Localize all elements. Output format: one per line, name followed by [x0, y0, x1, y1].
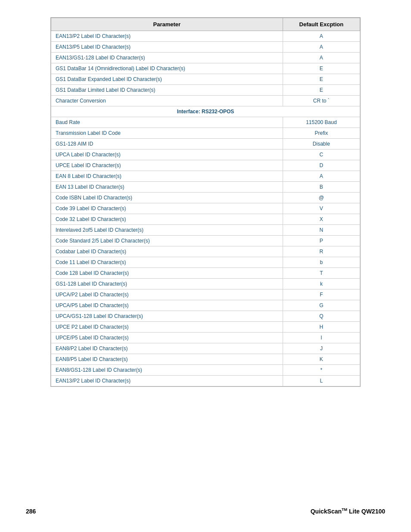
table-row: UPCE Label ID Character(s)D	[51, 160, 360, 171]
param-cell: Code Standard 2/5 Label ID Character(s)	[51, 236, 283, 246]
table-row: Code ISBN Label ID Character(s)@	[51, 193, 360, 203]
value-cell: K	[283, 354, 360, 365]
value-cell: CR to `	[283, 96, 360, 106]
table-row: UPCA/P5 Label ID Character(s)G	[51, 300, 360, 311]
param-cell: GS1-128 Label ID Character(s)	[51, 279, 283, 289]
page-number: 286	[26, 508, 36, 515]
table-row: Baud Rate115200 Baud	[51, 117, 360, 128]
value-cell: C	[283, 149, 360, 160]
param-cell: UPCA/P5 Label ID Character(s)	[51, 300, 283, 311]
param-cell: GS1 DataBar Expanded Label ID Character(…	[51, 74, 283, 85]
param-cell: EAN13/P2 Label ID Character(s)	[51, 31, 283, 42]
table-row: Code 11 Label ID Character(s)b	[51, 257, 360, 268]
param-cell: EAN 13 Label ID Character(s)	[51, 182, 283, 193]
table-row: GS1 DataBar 14 (Omnidirectional) Label I…	[51, 63, 360, 74]
value-cell: I	[283, 333, 360, 343]
value-cell: F	[283, 289, 360, 300]
table-row: EAN8/P2 Label ID Character(s)J	[51, 343, 360, 354]
table-row: EAN 13 Label ID Character(s)B	[51, 182, 360, 193]
param-cell: Code 39 Label ID Character(s)	[51, 203, 283, 214]
page: Parameter Default Excption EAN13/P2 Labe…	[0, 0, 411, 532]
table-row: EAN13/P2 Label ID Character(s)A	[51, 31, 360, 42]
value-cell: N	[283, 225, 360, 236]
value-cell: T	[283, 268, 360, 279]
product-name: QuickScanTM Lite QW2100	[311, 507, 385, 515]
value-cell: 115200 Baud	[283, 117, 360, 128]
table-row: EAN8/GS1-128 Label ID Character(s)*	[51, 365, 360, 376]
param-cell: Character Conversion	[51, 96, 283, 106]
table-row: Interface: RS232-OPOS	[51, 106, 360, 117]
trademark-symbol: TM	[342, 507, 347, 512]
value-cell: L	[283, 376, 360, 386]
value-cell: A	[283, 171, 360, 182]
value-cell: X	[283, 214, 360, 225]
value-cell: J	[283, 343, 360, 354]
table-row: Code Standard 2/5 Label ID Character(s)P	[51, 236, 360, 246]
value-cell: b	[283, 257, 360, 268]
default-header: Default Excption	[283, 18, 360, 31]
table-row: Codabar Label ID Character(s)R	[51, 246, 360, 257]
table-row: UPCA/GS1-128 Label ID Character(s)Q	[51, 311, 360, 322]
table-row: EAN13/P5 Label ID Character(s)A	[51, 42, 360, 53]
table-row: Transmission Label ID CodePrefix	[51, 128, 360, 139]
value-cell: V	[283, 203, 360, 214]
param-cell: GS1-128 AIM ID	[51, 139, 283, 149]
param-cell: UPCE Label ID Character(s)	[51, 160, 283, 171]
param-header: Parameter	[51, 18, 283, 31]
value-cell: A	[283, 53, 360, 63]
value-cell: G	[283, 300, 360, 311]
param-cell: UPCA/GS1-128 Label ID Character(s)	[51, 311, 283, 322]
table-row: Character ConversionCR to `	[51, 96, 360, 106]
param-cell: EAN13/GS1-128 Label ID Character(s)	[51, 53, 283, 63]
value-cell: A	[283, 31, 360, 42]
value-cell: R	[283, 246, 360, 257]
table-row: UPCE/P5 Label ID Character(s)I	[51, 333, 360, 343]
page-footer: 286 QuickScanTM Lite QW2100	[0, 499, 411, 523]
value-cell: Prefix	[283, 128, 360, 139]
param-cell: GS1 DataBar Limited Label ID Character(s…	[51, 85, 283, 96]
table-row: GS1 DataBar Limited Label ID Character(s…	[51, 85, 360, 96]
value-cell: A	[283, 42, 360, 53]
value-cell: @	[283, 193, 360, 203]
section-header-cell: Interface: RS232-OPOS	[51, 106, 360, 117]
value-cell: D	[283, 160, 360, 171]
value-cell: E	[283, 74, 360, 85]
table-row: Interelaved 2of5 Label ID Character(s)N	[51, 225, 360, 236]
table-row: UPCA Label ID Character(s)C	[51, 149, 360, 160]
param-cell: Baud Rate	[51, 117, 283, 128]
value-cell: Disable	[283, 139, 360, 149]
param-cell: Transmission Label ID Code	[51, 128, 283, 139]
table-row: UPCA/P2 Label ID Character(s)F	[51, 289, 360, 300]
table-row: EAN8/P5 Label ID Character(s)K	[51, 354, 360, 365]
param-cell: EAN13/P2 Label ID Character(s)	[51, 376, 283, 386]
table-row: Code 128 Label ID Character(s)T	[51, 268, 360, 279]
value-cell: B	[283, 182, 360, 193]
table-row: GS1-128 Label ID Character(s)k	[51, 279, 360, 289]
param-cell: UPCA Label ID Character(s)	[51, 149, 283, 160]
table-row: Code 32 Label ID Character(s)X	[51, 214, 360, 225]
table-row: GS1-128 AIM IDDisable	[51, 139, 360, 149]
value-cell: H	[283, 322, 360, 333]
table-row: Code 39 Label ID Character(s)V	[51, 203, 360, 214]
param-cell: Interelaved 2of5 Label ID Character(s)	[51, 225, 283, 236]
value-cell: E	[283, 85, 360, 96]
param-cell: EAN8/GS1-128 Label ID Character(s)	[51, 365, 283, 376]
param-cell: EAN13/P5 Label ID Character(s)	[51, 42, 283, 53]
param-cell: Code 11 Label ID Character(s)	[51, 257, 283, 268]
param-cell: Code ISBN Label ID Character(s)	[51, 193, 283, 203]
param-cell: Code 128 Label ID Character(s)	[51, 268, 283, 279]
table-row: EAN13/GS1-128 Label ID Character(s)A	[51, 53, 360, 63]
param-cell: UPCE/P5 Label ID Character(s)	[51, 333, 283, 343]
value-cell: P	[283, 236, 360, 246]
param-cell: Code 32 Label ID Character(s)	[51, 214, 283, 225]
value-cell: Q	[283, 311, 360, 322]
param-cell: UPCA/P2 Label ID Character(s)	[51, 289, 283, 300]
main-table-container: Parameter Default Excption EAN13/P2 Labe…	[50, 17, 361, 387]
value-cell: *	[283, 365, 360, 376]
param-cell: EAN8/P5 Label ID Character(s)	[51, 354, 283, 365]
param-cell: GS1 DataBar 14 (Omnidirectional) Label I…	[51, 63, 283, 74]
table-row: EAN13/P2 Label ID Character(s)L	[51, 376, 360, 386]
table-row: UPCE P2 Label ID Character(s)H	[51, 322, 360, 333]
param-cell: Codabar Label ID Character(s)	[51, 246, 283, 257]
table-row: EAN 8 Label ID Character(s)A	[51, 171, 360, 182]
